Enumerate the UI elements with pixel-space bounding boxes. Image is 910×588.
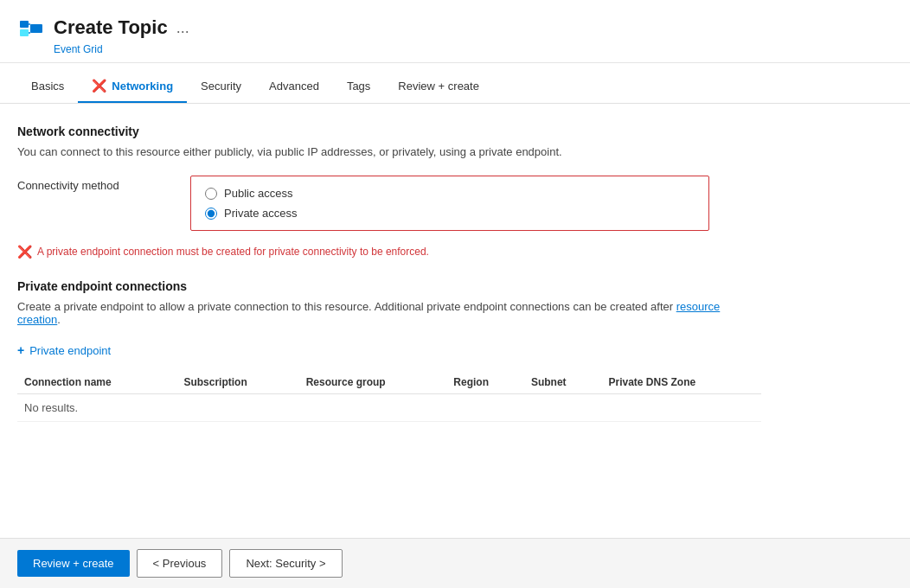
col-private-dns-zone: Private DNS Zone [601,371,761,394]
tab-security[interactable]: Security [187,70,255,103]
table-empty-row: No results. [17,394,761,422]
page-header: Create Topic ... Event Grid [0,0,910,63]
tab-review-create-label: Review + create [398,80,479,93]
public-access-label: Public access [224,187,292,200]
col-region: Region [446,371,524,394]
col-connection-name: Connection name [17,371,176,394]
tab-bar: Basics ❌ Networking Security Advanced Ta… [0,70,910,104]
col-resource-group: Resource group [299,371,447,394]
private-access-radio[interactable] [205,208,217,220]
private-endpoints-desc: Create a private endpoint to allow a pri… [17,300,761,326]
col-subscription: Subscription [176,371,298,394]
public-access-radio[interactable] [205,188,217,200]
add-private-endpoint-button[interactable]: + Private endpoint [17,343,761,357]
tab-tags[interactable]: Tags [333,70,384,103]
network-section-desc: You can connect to this resource either … [17,145,761,158]
private-endpoints-title: Private endpoint connections [17,279,761,293]
connectivity-options-box: Public access Private access [190,176,709,231]
add-endpoint-label: Private endpoint [29,344,111,357]
endpoints-table: Connection name Subscription Resource gr… [17,371,761,422]
tab-tags-label: Tags [347,80,370,93]
connectivity-method-row: Connectivity method Public access Privat… [17,176,761,231]
private-endpoints-section: Private endpoint connections Create a pr… [17,279,761,422]
tab-networking-label: Networking [112,80,173,93]
error-icon: ❌ [17,245,32,259]
network-section-title: Network connectivity [17,125,761,138]
page-title: Create Topic [54,16,168,39]
plus-icon: + [17,343,24,357]
private-access-label: Private access [224,207,298,220]
tab-advanced[interactable]: Advanced [255,70,333,103]
svg-rect-2 [30,24,42,33]
tab-review-create[interactable]: Review + create [384,70,493,103]
resource-creation-link[interactable]: resource creation [17,300,720,326]
connectivity-label: Connectivity method [17,176,190,192]
svg-rect-1 [20,29,29,36]
tab-security-label: Security [201,80,241,93]
public-access-option[interactable]: Public access [205,187,695,200]
table-header: Connection name Subscription Resource gr… [17,371,761,394]
svg-rect-0 [20,21,29,28]
tab-advanced-label: Advanced [269,80,319,93]
event-grid-icon [17,14,45,42]
page-subtitle: Event Grid [54,43,893,55]
main-content: Network connectivity You can connect to … [0,104,779,443]
tab-basics[interactable]: Basics [17,70,78,103]
header-more-options[interactable]: ... [176,19,189,37]
col-subnet: Subnet [524,371,602,394]
tab-networking[interactable]: ❌ Networking [78,70,187,103]
table-body: No results. [17,394,761,422]
error-text: A private endpoint connection must be cr… [37,246,429,258]
tab-basics-label: Basics [31,80,64,93]
connectivity-error-message: ❌ A private endpoint connection must be … [17,245,761,259]
tab-networking-error-icon: ❌ [92,79,106,93]
private-access-option[interactable]: Private access [205,207,695,220]
no-results-message: No results. [17,394,761,422]
